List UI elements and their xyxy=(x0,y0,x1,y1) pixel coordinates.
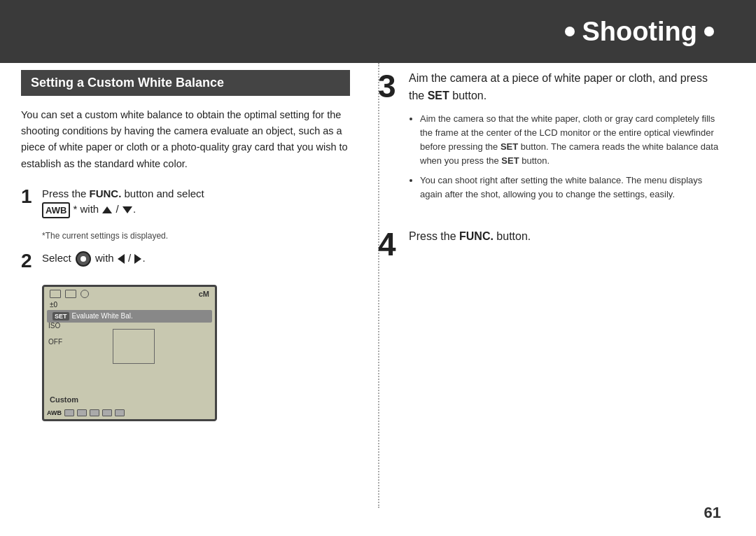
step-3-number: 3 xyxy=(378,70,403,102)
step-3-bullet-2: You can shoot right after setting the wh… xyxy=(420,174,721,202)
intro-text: You can set a custom white balance to ob… xyxy=(21,107,350,172)
awb-icon: AWB xyxy=(42,202,70,219)
cam-center-focus-box xyxy=(113,329,155,364)
cam-custom-label: Custom xyxy=(50,395,209,404)
header-bar: Shooting xyxy=(0,0,756,63)
step-1-number: 1 xyxy=(21,186,38,208)
cam-bottom-icon-4 xyxy=(102,409,112,416)
custom-white-balance-icon xyxy=(76,251,91,267)
step-4-text2: button. xyxy=(493,230,531,242)
step-3-text2: button. xyxy=(449,90,486,101)
step-3-bullets: Aim the camera so that the white paper, … xyxy=(420,112,721,202)
step-4-bold: FUNC. xyxy=(459,230,493,242)
cam-side-labels: ISO OFF xyxy=(48,322,62,346)
cam-icon-box-1 xyxy=(50,290,61,298)
page-number: 61 xyxy=(704,504,721,522)
step-2-text-after: with xyxy=(95,252,114,264)
arrow-up-icon xyxy=(102,206,112,213)
step-3: 3 Aim the camera at a piece of white pap… xyxy=(378,70,721,207)
camera-top-bar: cM xyxy=(44,287,215,299)
step-1-text-with: * with xyxy=(74,203,102,215)
right-column: 3 Aim the camera at a piece of white pap… xyxy=(378,70,721,280)
step-2: 2 Select with / . xyxy=(21,251,350,272)
cam-plus0-text: ±0 xyxy=(50,301,57,309)
step-2-number: 2 xyxy=(21,251,38,272)
step-3-bold: SET xyxy=(428,90,449,101)
bullet-left-icon xyxy=(565,27,575,36)
left-column: Setting a Custom White Balance You can s… xyxy=(21,70,350,421)
step-4-text: Press the xyxy=(409,230,459,242)
cam-icon-circle xyxy=(80,290,89,298)
step-1-content: Press the FUNC. button and select AWB * … xyxy=(42,186,204,218)
step-4: 4 Press the FUNC. button. xyxy=(378,228,721,260)
cam-cm-label: cM xyxy=(199,290,209,298)
arrow-right-icon xyxy=(134,254,141,264)
cam-evaluate-label: Evaluate White Bal. xyxy=(72,312,133,320)
cam-bottom-icon-3 xyxy=(90,409,99,416)
cam-set-label: SET xyxy=(52,312,69,320)
step-1-text-after: button and select xyxy=(121,188,204,199)
cam-bottom-icon-1 xyxy=(64,409,74,416)
step-3-bullet-1: Aim the camera so that the white paper, … xyxy=(420,112,721,169)
step-1-note: *The current settings is displayed. xyxy=(42,231,350,241)
bullet-right-icon xyxy=(704,27,714,36)
camera-top-icons xyxy=(50,290,89,298)
arrow-down-icon xyxy=(122,206,132,213)
cam-bottom-icon-5 xyxy=(115,409,125,416)
cam-bottom-icons-row: AWB xyxy=(47,409,212,416)
cam-set-row: SET Evaluate White Bal. xyxy=(47,310,212,323)
step-2-content: Select with / . xyxy=(42,251,146,267)
cam-awb-bottom: AWB xyxy=(47,409,62,416)
func-label-1: FUNC. xyxy=(90,188,122,199)
step-3-content: Aim the camera at a piece of white paper… xyxy=(409,70,721,207)
cam-bottom-icon-2 xyxy=(77,409,87,416)
arrow-left-icon xyxy=(118,254,125,264)
step-2-text-before: Select xyxy=(42,252,74,264)
step-1: 1 Press the FUNC. button and select AWB … xyxy=(21,186,350,218)
step-4-content: Press the FUNC. button. xyxy=(409,228,531,246)
section-heading: Setting a Custom White Balance xyxy=(21,70,350,96)
cam-plus0-row: ±0 xyxy=(44,299,215,310)
step-4-number: 4 xyxy=(378,228,403,260)
cam-label-off: OFF xyxy=(48,338,62,346)
header-title: Shooting xyxy=(565,17,714,47)
camera-screen-mockup: cM ±0 SET Evaluate White Bal. ISO OFF Cu… xyxy=(42,285,217,421)
cam-icon-box-2 xyxy=(65,290,76,298)
step-1-text-before: Press the xyxy=(42,188,90,199)
cam-label-iso: ISO xyxy=(48,322,62,330)
shooting-title: Shooting xyxy=(582,17,697,47)
